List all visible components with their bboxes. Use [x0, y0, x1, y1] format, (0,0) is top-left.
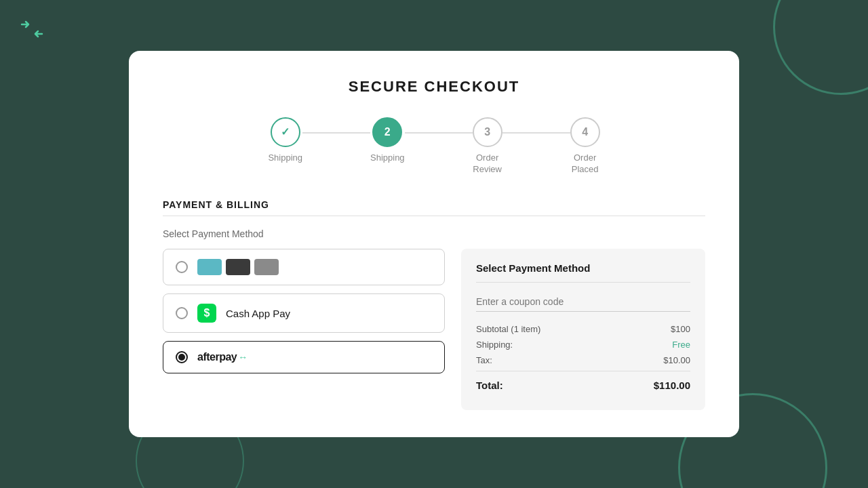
step-connector-2: [405, 132, 473, 134]
tax-label: Tax:: [476, 355, 492, 365]
summary-row-shipping: Shipping: Free: [476, 340, 690, 350]
coupon-input[interactable]: [476, 292, 690, 312]
shipping-value: Free: [672, 340, 690, 350]
step-3-circle: 3: [473, 117, 502, 147]
checkout-card: SECURE CHECKOUT ✓ Shipping 2 Shipping 3 …: [129, 51, 739, 438]
radio-dot-afterpay: [178, 354, 185, 361]
step-2-label: Shipping: [370, 152, 405, 164]
payment-option-afterpay[interactable]: afterpay↔: [163, 341, 445, 373]
card-icon-mastercard: [226, 259, 250, 275]
card-icons: [197, 259, 279, 275]
step-4-circle: 4: [570, 117, 600, 147]
shipping-label: Shipping:: [476, 340, 513, 350]
step-1-label: Shipping: [268, 152, 302, 164]
content-grid: $ Cash App Pay afterpay↔ Select Payment …: [163, 249, 705, 410]
tax-value: $10.00: [663, 355, 690, 365]
summary-title: Select Payment Method: [476, 262, 690, 283]
afterpay-text: afterpay: [197, 351, 237, 363]
step-connector-1: [302, 132, 370, 134]
total-label: Total:: [476, 380, 503, 391]
checkout-steps: ✓ Shipping 2 Shipping 3 OrderReview 4 Or…: [163, 117, 705, 176]
step-3: 3 OrderReview: [473, 117, 502, 176]
brand-logo: [19, 19, 45, 44]
step-2-circle: 2: [372, 117, 402, 147]
step-2: 2 Shipping: [370, 117, 405, 164]
total-value: $110.00: [654, 380, 690, 391]
step-1-circle: ✓: [271, 117, 300, 147]
step-1: ✓ Shipping: [268, 117, 302, 164]
step-connector-3: [502, 132, 570, 134]
afterpay-logo: afterpay↔: [197, 351, 248, 363]
card-icon-amex: [254, 259, 279, 275]
page-title: SECURE CHECKOUT: [163, 78, 705, 96]
radio-afterpay: [176, 351, 188, 363]
section-divider: [163, 216, 705, 216]
card-icon-visa: [197, 259, 222, 275]
step-3-label: OrderReview: [473, 152, 502, 176]
subtotal-value: $100: [671, 324, 690, 334]
step-4-label: OrderPlaced: [572, 152, 599, 176]
cashapp-icon: $: [197, 304, 216, 323]
payment-options: $ Cash App Pay afterpay↔: [163, 249, 445, 410]
subtotal-label: Subtotal (1 item): [476, 324, 540, 334]
summary-row-total: Total: $110.00: [476, 371, 690, 391]
radio-card: [176, 261, 188, 273]
step-4: 4 OrderPlaced: [570, 117, 600, 176]
payment-option-card[interactable]: [163, 249, 445, 285]
section-title: PAYMENT & BILLING: [163, 199, 705, 210]
order-summary: Select Payment Method Subtotal (1 item) …: [461, 249, 705, 410]
afterpay-arrows-icon: ↔: [238, 352, 248, 363]
summary-row-subtotal: Subtotal (1 item) $100: [476, 324, 690, 334]
summary-row-tax: Tax: $10.00: [476, 355, 690, 365]
cashapp-label: Cash App Pay: [226, 308, 290, 319]
payment-option-cashapp[interactable]: $ Cash App Pay: [163, 293, 445, 333]
radio-cashapp: [176, 307, 188, 319]
payment-method-label: Select Payment Method: [163, 228, 705, 239]
